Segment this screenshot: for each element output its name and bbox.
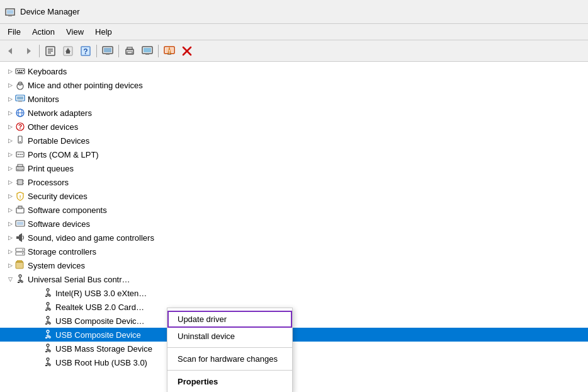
svg-rect-40 <box>17 96 23 100</box>
expand-processors[interactable]: ▷ <box>5 177 15 187</box>
svg-rect-32 <box>19 70 20 71</box>
expand-portable[interactable]: ▷ <box>5 135 15 146</box>
update-driver-button[interactable] <box>60 43 76 59</box>
icon-other: ? <box>15 122 25 132</box>
menu-view[interactable]: View <box>61 26 89 38</box>
icon-usb-realtek <box>43 302 53 312</box>
expand-keyboards[interactable]: ▷ <box>5 66 15 76</box>
svg-rect-108 <box>45 365 47 366</box>
tree-item-usb-intel[interactable]: ▷ Intel(R) USB 3.0 eXten… <box>0 286 588 300</box>
tree-item-usb-mass[interactable]: ▷ USB Mass Storage Device <box>0 342 588 355</box>
svg-point-95 <box>47 330 49 333</box>
second-monitor-button[interactable] <box>139 43 155 59</box>
expand-other[interactable]: ▷ <box>5 122 15 132</box>
icon-ports <box>15 149 25 159</box>
svg-point-90 <box>47 316 49 319</box>
tree-item-portable[interactable]: ▷ Portable Devices <box>0 134 588 147</box>
label-usb-intel: Intel(R) USB 3.0 eXten… <box>55 289 147 298</box>
tree-item-sw-devices[interactable]: ▷ Software devices <box>0 217 588 231</box>
svg-point-109 <box>49 364 51 366</box>
svg-text:!: ! <box>20 194 21 200</box>
toolbar-sep-3 <box>118 45 119 57</box>
expand-sw-devices[interactable]: ▷ <box>5 219 15 229</box>
svg-rect-35 <box>18 72 23 73</box>
tree-item-monitors[interactable]: ▷ Monitors <box>0 92 588 106</box>
expand-system[interactable]: ▷ <box>5 260 15 270</box>
svg-point-100 <box>47 344 49 347</box>
svg-rect-64 <box>18 206 22 209</box>
ctx-properties[interactable]: Properties <box>167 373 292 390</box>
icon-sw-devices <box>15 219 25 229</box>
expand-mice[interactable]: ▷ <box>5 80 15 90</box>
tree-item-processors[interactable]: ▷ Processors <box>0 175 588 189</box>
expand-sw-components[interactable]: ▷ <box>5 205 15 215</box>
icon-mice <box>15 80 25 90</box>
expand-usb[interactable]: ▽ <box>5 274 15 284</box>
expand-network[interactable]: ▷ <box>5 108 15 118</box>
expand-print-queues[interactable]: ▷ <box>5 163 15 173</box>
remove-button[interactable] <box>179 43 195 59</box>
svg-rect-73 <box>16 262 23 268</box>
icon-network <box>15 108 25 118</box>
tree-item-usb-composite1[interactable]: ▷ USB Composite Devic… <box>0 314 588 328</box>
uninstall-button[interactable]: ! <box>161 43 178 59</box>
expand-sound[interactable]: ▷ <box>5 233 15 243</box>
label-network: Network adapters <box>28 108 92 118</box>
menu-help[interactable]: Help <box>90 26 117 38</box>
expand-security[interactable]: ▷ <box>5 191 15 201</box>
properties-button[interactable] <box>42 43 59 59</box>
tree-item-storage[interactable]: ▷ Storage controllers <box>0 245 588 258</box>
ctx-separator-1 <box>167 347 292 348</box>
tree-item-sound[interactable]: ▷ Sound, video and game controllers <box>0 231 588 245</box>
tree-item-usb-composite2[interactable]: ▷ USB Composite Device <box>0 328 588 342</box>
tree-item-ports[interactable]: ▷ Ports (COM & LPT) <box>0 147 588 161</box>
svg-marker-74 <box>16 260 23 262</box>
tree-item-print-queues[interactable]: ▷ Print queues <box>0 161 588 175</box>
label-ports: Ports (COM & LPT) <box>28 150 99 159</box>
menu-action[interactable]: Action <box>27 26 60 38</box>
label-sound: Sound, video and game controllers <box>28 233 154 243</box>
context-menu: Update driver Uninstall device Scan for … <box>167 308 293 392</box>
icon-usb-composite2 <box>43 330 53 340</box>
help-button[interactable]: ? <box>77 43 94 59</box>
expand-storage[interactable]: ▷ <box>5 246 15 257</box>
expand-monitors[interactable]: ▷ <box>5 94 15 104</box>
back-button[interactable] <box>3 43 19 59</box>
print-button[interactable] <box>122 43 138 59</box>
icon-usb-mass <box>43 343 53 354</box>
svg-rect-83 <box>45 296 47 297</box>
tree-item-usb-realtek[interactable]: ▷ Realtek USB 2.0 Card… <box>0 300 588 314</box>
icon-usb-hub <box>43 357 53 367</box>
svg-marker-68 <box>19 233 22 242</box>
tree-item-security[interactable]: ▷ ! Security devices <box>0 189 588 203</box>
svg-text:?: ? <box>18 124 22 130</box>
svg-rect-98 <box>45 337 47 338</box>
ctx-scan-hardware[interactable]: Scan for hardware changes <box>167 350 292 367</box>
tree-item-sw-components[interactable]: ▷ Software components <box>0 203 588 217</box>
forward-button[interactable] <box>20 43 37 59</box>
expand-ports[interactable]: ▷ <box>5 149 15 159</box>
tree-item-usb-hub[interactable]: ▷ USB Root Hub (USB 3.0) <box>0 355 588 369</box>
svg-point-71 <box>22 250 23 251</box>
svg-point-94 <box>49 323 51 325</box>
tree-item-usb[interactable]: ▽ Universal Serial Bus contr… <box>0 272 588 286</box>
tree-item-network[interactable]: ▷ Network adapters <box>0 106 588 120</box>
svg-point-75 <box>19 275 21 277</box>
tree-item-other[interactable]: ▷ ? Other devices <box>0 120 588 134</box>
monitor-button[interactable] <box>99 43 116 59</box>
menu-file[interactable]: File <box>3 26 26 38</box>
svg-rect-19 <box>127 52 132 54</box>
tree-item-mice[interactable]: ▷ Mice and other pointing devices <box>0 78 588 92</box>
icon-sw-components <box>15 205 25 215</box>
ctx-uninstall-device[interactable]: Uninstall device <box>167 328 292 345</box>
tree-item-system[interactable]: ▷ System devices <box>0 258 588 272</box>
tree-item-keyboards[interactable]: ▷ Keyboards <box>0 64 588 78</box>
title-bar: Device Manager <box>0 0 588 24</box>
svg-rect-66 <box>17 222 23 225</box>
svg-point-50 <box>18 154 19 155</box>
svg-point-52 <box>21 154 23 155</box>
label-processors: Processors <box>28 178 69 187</box>
svg-rect-31 <box>17 70 18 71</box>
svg-point-85 <box>47 303 49 305</box>
ctx-update-driver[interactable]: Update driver <box>167 311 292 328</box>
